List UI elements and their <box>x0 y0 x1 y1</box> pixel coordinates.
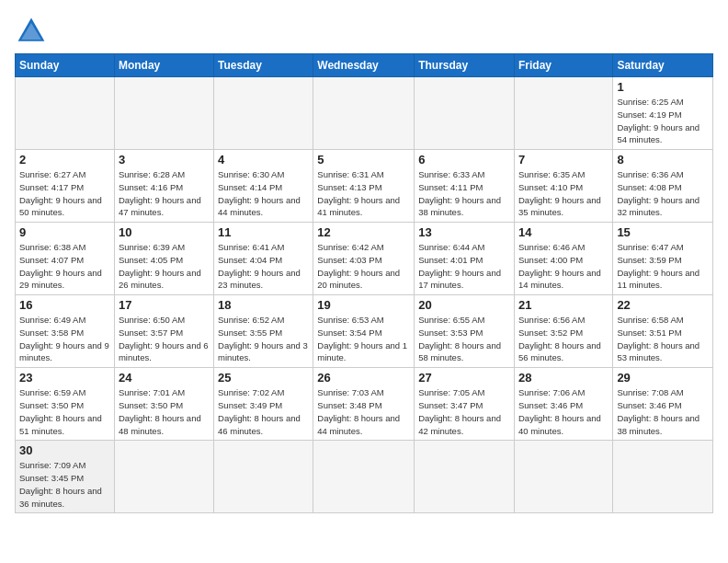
day-number: 5 <box>317 153 410 167</box>
day-number: 8 <box>617 153 709 167</box>
day-of-week-saturday: Saturday <box>613 54 713 77</box>
day-info: Sunrise: 7:01 AM Sunset: 3:50 PM Dayligh… <box>119 386 210 437</box>
calendar-day-cell <box>214 77 313 150</box>
day-info: Sunrise: 6:58 AM Sunset: 3:51 PM Dayligh… <box>617 314 709 364</box>
day-number: 9 <box>19 225 110 239</box>
day-number: 28 <box>518 371 609 385</box>
calendar-day-cell: 24Sunrise: 7:01 AM Sunset: 3:50 PM Dayli… <box>114 368 213 441</box>
day-info: Sunrise: 6:38 AM Sunset: 4:07 PM Dayligh… <box>19 241 110 292</box>
calendar-day-cell: 12Sunrise: 6:42 AM Sunset: 4:03 PM Dayli… <box>313 223 415 295</box>
day-number: 10 <box>119 225 210 239</box>
calendar-day-cell: 19Sunrise: 6:53 AM Sunset: 3:54 PM Dayli… <box>313 295 415 368</box>
calendar-day-cell: 13Sunrise: 6:44 AM Sunset: 4:01 PM Dayli… <box>415 223 515 295</box>
calendar-day-cell: 22Sunrise: 6:58 AM Sunset: 3:51 PM Dayli… <box>613 295 713 368</box>
day-info: Sunrise: 6:52 AM Sunset: 3:55 PM Dayligh… <box>218 314 309 364</box>
day-number: 20 <box>418 298 510 312</box>
calendar-day-cell: 15Sunrise: 6:47 AM Sunset: 3:59 PM Dayli… <box>613 223 713 295</box>
day-info: Sunrise: 6:53 AM Sunset: 3:54 PM Dayligh… <box>317 314 410 364</box>
calendar-day-cell <box>114 77 213 150</box>
day-number: 17 <box>119 298 210 312</box>
day-of-week-sunday: Sunday <box>16 54 115 77</box>
calendar-day-cell: 14Sunrise: 6:46 AM Sunset: 4:00 PM Dayli… <box>514 223 612 295</box>
day-of-week-monday: Monday <box>114 54 213 77</box>
calendar-week-row: 1Sunrise: 6:25 AM Sunset: 4:19 PM Daylig… <box>16 77 713 150</box>
day-number: 6 <box>418 153 510 167</box>
day-number: 2 <box>19 153 110 167</box>
day-info: Sunrise: 6:44 AM Sunset: 4:01 PM Dayligh… <box>418 241 510 292</box>
day-number: 11 <box>218 225 309 239</box>
day-number: 25 <box>218 371 309 385</box>
day-info: Sunrise: 6:50 AM Sunset: 3:57 PM Dayligh… <box>119 314 210 364</box>
day-number: 1 <box>617 80 709 94</box>
calendar-day-cell: 25Sunrise: 7:02 AM Sunset: 3:49 PM Dayli… <box>214 368 313 441</box>
day-info: Sunrise: 6:55 AM Sunset: 3:53 PM Dayligh… <box>418 314 510 364</box>
day-info: Sunrise: 6:33 AM Sunset: 4:11 PM Dayligh… <box>418 168 510 219</box>
calendar-day-cell: 29Sunrise: 7:08 AM Sunset: 3:46 PM Dayli… <box>613 368 713 441</box>
calendar-day-cell <box>514 441 612 513</box>
calendar-day-cell: 16Sunrise: 6:49 AM Sunset: 3:58 PM Dayli… <box>16 295 115 368</box>
day-info: Sunrise: 7:03 AM Sunset: 3:48 PM Dayligh… <box>317 386 410 437</box>
day-number: 18 <box>218 298 309 312</box>
calendar-day-cell: 10Sunrise: 6:39 AM Sunset: 4:05 PM Dayli… <box>114 223 213 295</box>
day-number: 24 <box>119 371 210 385</box>
calendar-day-cell: 28Sunrise: 7:06 AM Sunset: 3:46 PM Dayli… <box>514 368 612 441</box>
calendar-day-cell <box>514 77 612 150</box>
calendar-day-cell: 18Sunrise: 6:52 AM Sunset: 3:55 PM Dayli… <box>214 295 313 368</box>
header <box>15 15 713 48</box>
calendar-day-cell: 23Sunrise: 6:59 AM Sunset: 3:50 PM Dayli… <box>16 368 115 441</box>
calendar-day-cell <box>613 441 713 513</box>
calendar-day-cell <box>114 441 213 513</box>
day-number: 19 <box>317 298 410 312</box>
day-info: Sunrise: 6:25 AM Sunset: 4:19 PM Dayligh… <box>617 96 709 146</box>
day-info: Sunrise: 7:09 AM Sunset: 3:45 PM Dayligh… <box>19 459 110 510</box>
day-number: 30 <box>19 443 110 457</box>
calendar-week-row: 16Sunrise: 6:49 AM Sunset: 3:58 PM Dayli… <box>16 295 713 368</box>
calendar-day-cell: 3Sunrise: 6:28 AM Sunset: 4:16 PM Daylig… <box>114 150 213 223</box>
day-number: 3 <box>119 153 210 167</box>
day-info: Sunrise: 6:39 AM Sunset: 4:05 PM Dayligh… <box>119 241 210 292</box>
calendar-day-cell: 8Sunrise: 6:36 AM Sunset: 4:08 PM Daylig… <box>613 150 713 223</box>
day-number: 16 <box>19 298 110 312</box>
calendar-day-cell <box>313 77 415 150</box>
day-info: Sunrise: 6:35 AM Sunset: 4:10 PM Dayligh… <box>518 168 609 219</box>
day-info: Sunrise: 7:08 AM Sunset: 3:46 PM Dayligh… <box>617 386 709 437</box>
day-number: 22 <box>617 298 709 312</box>
calendar-day-cell: 2Sunrise: 6:27 AM Sunset: 4:17 PM Daylig… <box>16 150 115 223</box>
calendar-day-cell: 6Sunrise: 6:33 AM Sunset: 4:11 PM Daylig… <box>415 150 515 223</box>
calendar-day-cell <box>214 441 313 513</box>
calendar-header-row: SundayMondayTuesdayWednesdayThursdayFrid… <box>16 54 713 77</box>
calendar-day-cell: 7Sunrise: 6:35 AM Sunset: 4:10 PM Daylig… <box>514 150 612 223</box>
day-info: Sunrise: 6:31 AM Sunset: 4:13 PM Dayligh… <box>317 168 410 219</box>
calendar-day-cell <box>313 441 415 513</box>
calendar-week-row: 30Sunrise: 7:09 AM Sunset: 3:45 PM Dayli… <box>16 441 713 513</box>
day-info: Sunrise: 6:47 AM Sunset: 3:59 PM Dayligh… <box>617 241 709 292</box>
day-of-week-wednesday: Wednesday <box>313 54 415 77</box>
day-number: 12 <box>317 225 410 239</box>
day-number: 29 <box>617 371 709 385</box>
day-of-week-tuesday: Tuesday <box>214 54 313 77</box>
page: SundayMondayTuesdayWednesdayThursdayFrid… <box>0 0 728 523</box>
calendar-day-cell: 9Sunrise: 6:38 AM Sunset: 4:07 PM Daylig… <box>16 223 115 295</box>
day-info: Sunrise: 6:42 AM Sunset: 4:03 PM Dayligh… <box>317 241 410 292</box>
day-number: 26 <box>317 371 410 385</box>
day-info: Sunrise: 7:02 AM Sunset: 3:49 PM Dayligh… <box>218 386 309 437</box>
calendar-week-row: 2Sunrise: 6:27 AM Sunset: 4:17 PM Daylig… <box>16 150 713 223</box>
day-info: Sunrise: 6:27 AM Sunset: 4:17 PM Dayligh… <box>19 168 110 219</box>
day-info: Sunrise: 6:36 AM Sunset: 4:08 PM Dayligh… <box>617 168 709 219</box>
logo-icon <box>15 15 48 48</box>
day-number: 7 <box>518 153 609 167</box>
calendar-day-cell: 11Sunrise: 6:41 AM Sunset: 4:04 PM Dayli… <box>214 223 313 295</box>
day-info: Sunrise: 6:30 AM Sunset: 4:14 PM Dayligh… <box>218 168 309 219</box>
calendar-week-row: 23Sunrise: 6:59 AM Sunset: 3:50 PM Dayli… <box>16 368 713 441</box>
calendar-day-cell <box>16 77 115 150</box>
calendar-day-cell <box>415 441 515 513</box>
calendar-day-cell: 21Sunrise: 6:56 AM Sunset: 3:52 PM Dayli… <box>514 295 612 368</box>
day-info: Sunrise: 6:28 AM Sunset: 4:16 PM Dayligh… <box>119 168 210 219</box>
day-number: 14 <box>518 225 609 239</box>
logo <box>15 15 51 48</box>
calendar: SundayMondayTuesdayWednesdayThursdayFrid… <box>15 53 713 513</box>
calendar-day-cell: 17Sunrise: 6:50 AM Sunset: 3:57 PM Dayli… <box>114 295 213 368</box>
day-number: 23 <box>19 371 110 385</box>
calendar-day-cell <box>415 77 515 150</box>
calendar-week-row: 9Sunrise: 6:38 AM Sunset: 4:07 PM Daylig… <box>16 223 713 295</box>
